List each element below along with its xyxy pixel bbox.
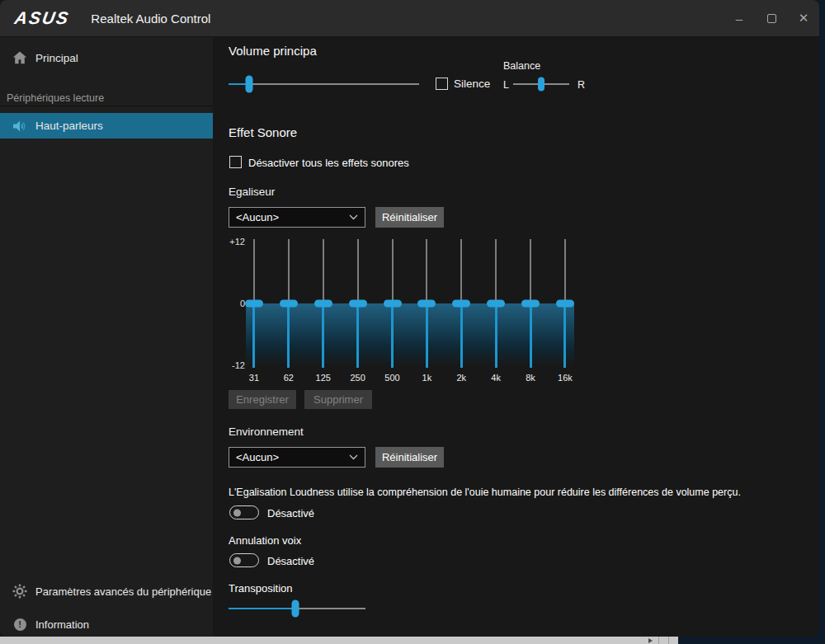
window-controls: – ✕	[719, 6, 816, 31]
voice-cancellation-state-label: Désactivé	[267, 555, 314, 567]
eq-freq-label: 250	[341, 373, 375, 383]
equalizer-preset-dropdown[interactable]: <Aucun>	[229, 207, 365, 228]
eq-band-31[interactable]	[237, 239, 271, 368]
eq-band-thumb[interactable]	[452, 300, 470, 308]
eq-band-4k[interactable]	[478, 239, 513, 368]
scrollbar-right-arrow-icon	[648, 638, 653, 643]
environment-preset-dropdown[interactable]: <Aucun>	[229, 447, 365, 468]
balance-left-label: L	[503, 79, 509, 91]
eq-band-8k[interactable]	[513, 239, 548, 368]
environment-reset-button[interactable]: Réinitialiser	[375, 447, 444, 468]
sidebar-divider	[0, 106, 213, 106]
balance-slider-thumb[interactable]	[538, 78, 544, 92]
sidebar-item-information[interactable]: ! Information	[0, 610, 213, 637]
maximize-button[interactable]	[759, 6, 784, 31]
balance-slider[interactable]	[513, 77, 569, 92]
eq-freq-label: 125	[306, 373, 341, 383]
sidebar-item-haut-parleurs[interactable]: Haut-parleurs	[0, 113, 213, 139]
loudness-description: L'Egalisation Loudness utilise la compré…	[229, 487, 741, 498]
equalizer-label: Egaliseur	[229, 186, 275, 198]
info-icon: !	[12, 618, 27, 631]
speaker-icon	[12, 120, 27, 133]
sidebar-item-principal[interactable]: Principal	[0, 44, 213, 72]
eq-freq-label: 4k	[478, 373, 513, 383]
eq-band-thumb[interactable]	[487, 300, 505, 308]
eq-band-thumb[interactable]	[417, 300, 436, 308]
eq-freq-label: 8k	[513, 373, 548, 383]
chevron-down-icon	[349, 214, 358, 220]
silence-label: Silence	[454, 78, 490, 90]
transposition-label: Transposition	[229, 582, 293, 595]
effects-heading: Effet Sonore	[229, 125, 297, 139]
equalizer-preset-value: <Aucun>	[236, 211, 279, 223]
eq-freq-label: 1k	[409, 373, 444, 383]
voice-cancellation-toggle[interactable]	[229, 553, 259, 567]
asus-logo: ASUS	[13, 8, 72, 28]
main-content: Volume principa Silence Balance L R Effe…	[213, 37, 819, 637]
sidebar-item-advanced-settings[interactable]: Paramètres avancés du périphérique	[0, 577, 213, 605]
equalizer-panel: +12 0 -12 31 62	[229, 236, 592, 393]
sidebar-item-label: Principal	[35, 52, 78, 64]
close-button[interactable]: ✕	[791, 6, 816, 31]
sidebar-item-label: Paramètres avancés du périphérique	[35, 585, 211, 598]
volume-heading: Volume principa	[229, 44, 317, 58]
eq-band-thumb[interactable]	[314, 300, 332, 308]
eq-band-thumb[interactable]	[521, 300, 540, 308]
app-window: ASUS Realtek Audio Control – ✕ Principal…	[0, 0, 819, 637]
eq-freq-label: 62	[271, 373, 306, 383]
eq-frequency-labels: 31 62 125 250 500 1k 2k 4k 8k 16k	[237, 373, 582, 383]
eq-band-1k[interactable]	[409, 239, 444, 368]
eq-band-16k[interactable]	[548, 239, 582, 368]
transposition-slider[interactable]	[229, 599, 365, 618]
volume-slider-thumb[interactable]	[246, 76, 253, 93]
titlebar: ASUS Realtek Audio Control – ✕	[0, 0, 819, 37]
eq-freq-label: 16k	[548, 373, 582, 383]
toggle-knob	[233, 557, 241, 564]
eq-freq-label: 500	[375, 373, 410, 383]
eq-band-500[interactable]	[375, 239, 410, 368]
scrollbar-divider	[668, 637, 669, 644]
eq-band-62[interactable]	[271, 239, 306, 368]
eq-band-thumb[interactable]	[349, 300, 367, 308]
eq-bands	[237, 239, 582, 368]
balance-label: Balance	[503, 60, 540, 72]
background-horizontal-scrollbar[interactable]	[0, 637, 678, 644]
transposition-slider-thumb[interactable]	[292, 600, 299, 618]
loudness-toggle[interactable]	[229, 505, 259, 519]
screen: ASUS Realtek Audio Control – ✕ Principal…	[0, 0, 825, 644]
balance-right-label: R	[578, 79, 585, 91]
sidebar-item-label: Information	[35, 618, 89, 631]
eq-band-thumb[interactable]	[280, 300, 298, 308]
disable-effects-checkbox[interactable]	[229, 156, 242, 168]
chevron-down-icon	[349, 454, 358, 460]
scrollbar-divider	[658, 637, 659, 644]
volume-slider-track	[229, 83, 419, 85]
minimize-button[interactable]: –	[727, 6, 752, 31]
environment-preset-value: <Aucun>	[236, 451, 279, 463]
voice-cancellation-label: Annulation voix	[229, 534, 301, 547]
eq-band-2k[interactable]	[444, 239, 478, 368]
volume-slider[interactable]	[229, 75, 419, 93]
toggle-knob	[233, 509, 241, 516]
eq-band-thumb[interactable]	[384, 300, 402, 308]
environment-label: Environnement	[229, 425, 304, 438]
transposition-slider-fill	[229, 608, 295, 609]
eq-band-250[interactable]	[341, 239, 375, 368]
eq-band-thumb[interactable]	[245, 300, 263, 308]
disable-effects-label: Désactiver tous les effets sonores	[248, 157, 409, 169]
eq-band-thumb[interactable]	[556, 300, 574, 308]
window-title: Realtek Audio Control	[91, 12, 210, 26]
delete-preset-button[interactable]: Supprimer	[304, 390, 372, 409]
home-icon	[12, 51, 27, 64]
maximize-icon	[767, 14, 776, 23]
sidebar-item-label: Haut-parleurs	[35, 120, 103, 132]
save-preset-button[interactable]: Enregistrer	[229, 390, 296, 409]
eq-band-125[interactable]	[306, 239, 341, 368]
eq-freq-label: 31	[237, 373, 271, 383]
sidebar-section-playback: Périphériques lecture	[7, 92, 104, 104]
gear-icon	[12, 584, 27, 599]
loudness-state-label: Désactivé	[267, 507, 314, 519]
equalizer-reset-button[interactable]: Réinitialiser	[375, 207, 444, 228]
eq-freq-label: 2k	[444, 373, 478, 383]
silence-checkbox[interactable]	[436, 78, 448, 90]
